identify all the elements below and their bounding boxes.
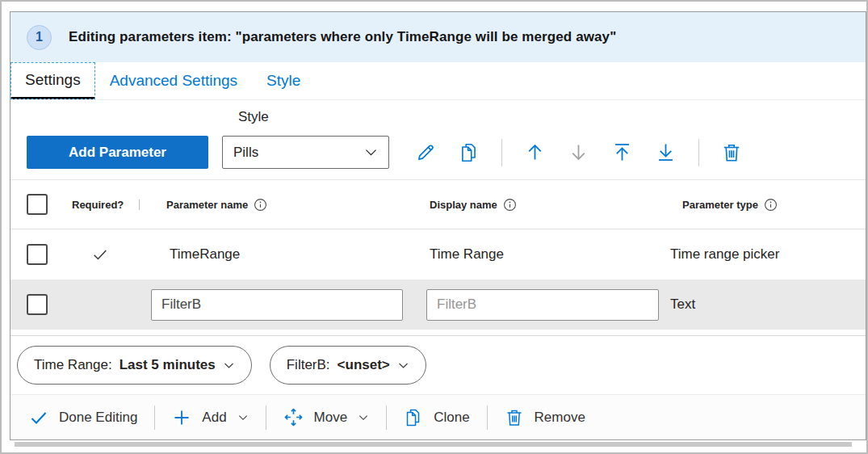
section-divider xyxy=(10,330,866,336)
footer-item-label: Add xyxy=(202,410,226,426)
footer-divider xyxy=(386,406,387,430)
move-to-top-icon[interactable] xyxy=(611,141,633,163)
move-up-icon[interactable] xyxy=(524,141,546,163)
style-select[interactable]: Pills xyxy=(222,136,389,169)
toolbar-divider xyxy=(698,139,699,166)
time-range-pill[interactable]: Time Range: Last 5 minutes xyxy=(17,346,252,385)
chevron-down-icon xyxy=(358,412,369,423)
style-select-value: Pills xyxy=(233,145,258,161)
step-number-badge: 1 xyxy=(27,25,52,50)
parameter-name-input[interactable] xyxy=(151,289,403,321)
column-display-name: Display name xyxy=(430,199,497,211)
move-down-icon[interactable] xyxy=(568,141,589,163)
column-divider xyxy=(139,200,140,210)
parameters-preview: Time Range: Last 5 minutes FilterB: <uns… xyxy=(10,336,866,394)
footer-item-label: Clone xyxy=(434,410,469,426)
required-check-icon xyxy=(91,246,109,263)
horizontal-scrollbar[interactable] xyxy=(15,442,852,447)
toolbar-divider xyxy=(501,139,502,166)
footer-divider xyxy=(154,406,155,430)
column-required: Required? xyxy=(72,199,124,211)
clone-icon xyxy=(404,408,423,427)
check-icon xyxy=(29,408,48,427)
column-parameter-name: Parameter name xyxy=(166,199,248,211)
filterb-pill[interactable]: FilterB: <unset> xyxy=(270,346,426,385)
row-checkbox[interactable] xyxy=(27,244,48,265)
tab-advanced-settings[interactable]: Advanced Settings xyxy=(95,62,252,99)
item-action-bar: Done Editing Add Move xyxy=(10,394,866,439)
info-icon[interactable] xyxy=(254,198,267,212)
edit-icon[interactable] xyxy=(415,141,437,163)
panel-header: 1 Editing parameters item: "parameters w… xyxy=(10,12,866,62)
panel-title: Editing parameters item: "parameters whe… xyxy=(69,29,616,45)
tab-style[interactable]: Style xyxy=(252,62,315,99)
remove-button[interactable]: Remove xyxy=(497,408,593,427)
footer-item-label: Move xyxy=(314,410,348,426)
table-row-editing[interactable]: Text xyxy=(10,280,866,330)
add-parameter-button[interactable]: Add Parameter xyxy=(27,136,208,169)
chevron-down-icon xyxy=(397,359,409,372)
pill-value: Last 5 minutes xyxy=(120,357,216,373)
chevron-down-icon xyxy=(364,145,378,159)
select-all-checkbox[interactable] xyxy=(27,194,48,215)
parameters-toolbar: Style Add Parameter Pills xyxy=(10,100,866,180)
pill-value: <unset> xyxy=(338,357,390,373)
move-to-bottom-icon[interactable] xyxy=(655,141,677,163)
display-name-value: Time Range xyxy=(430,246,504,263)
style-dropdown-label: Style xyxy=(238,109,269,125)
move-button[interactable]: Move xyxy=(276,407,377,427)
pill-label: FilterB: xyxy=(287,357,330,373)
footer-divider xyxy=(266,406,266,430)
workbook-edit-screen: 1 Editing parameters item: "parameters w… xyxy=(0,0,868,454)
parameter-name-value: TimeRange xyxy=(156,246,240,263)
footer-item-label: Done Editing xyxy=(59,410,137,426)
add-button[interactable]: Add xyxy=(165,408,255,427)
parameters-edit-panel: 1 Editing parameters item: "parameters w… xyxy=(10,11,866,440)
column-parameter-type: Parameter type xyxy=(682,199,758,211)
done-editing-button[interactable]: Done Editing xyxy=(22,408,145,427)
clone-icon[interactable] xyxy=(459,142,480,163)
move-icon xyxy=(283,407,304,427)
footer-item-label: Remove xyxy=(535,410,585,426)
table-header-row: Required? Parameter name Display name Pa… xyxy=(10,180,866,229)
parameter-type-value: Time range picker xyxy=(670,246,779,263)
tab-bar: Settings Advanced Settings Style xyxy=(10,62,866,100)
delete-icon xyxy=(505,408,524,427)
delete-icon[interactable] xyxy=(721,142,742,163)
row-checkbox[interactable] xyxy=(27,294,48,315)
clone-button[interactable]: Clone xyxy=(396,408,476,427)
plus-icon xyxy=(172,408,191,427)
parameter-type-value: Text xyxy=(670,296,695,313)
pill-label: Time Range: xyxy=(34,357,112,373)
footer-divider xyxy=(487,406,488,430)
chevron-down-icon xyxy=(237,412,249,423)
display-name-input[interactable] xyxy=(426,289,659,321)
info-icon[interactable] xyxy=(764,198,778,212)
tab-settings[interactable]: Settings xyxy=(10,62,95,99)
info-icon[interactable] xyxy=(503,198,517,212)
table-row[interactable]: TimeRange Time Range Time range picker xyxy=(10,229,866,280)
chevron-down-icon xyxy=(223,359,235,372)
